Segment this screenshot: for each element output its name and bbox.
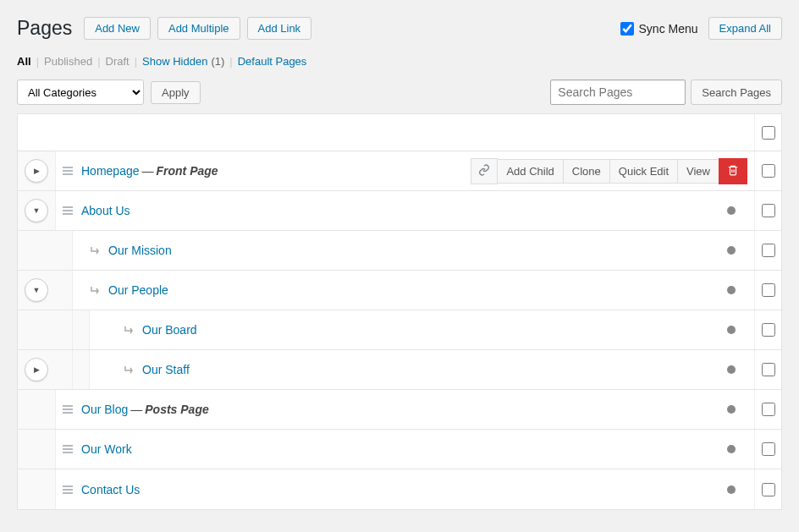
row-actions: Add Child Clone Quick Edit View bbox=[471, 158, 747, 184]
page-link[interactable]: Our People bbox=[108, 283, 168, 297]
svg-rect-8 bbox=[63, 412, 73, 414]
svg-rect-11 bbox=[63, 452, 73, 453]
svg-rect-13 bbox=[63, 489, 73, 491]
filter-bar: All | Published | Draft | Show Hidden (1… bbox=[17, 55, 782, 68]
drag-handle-icon[interactable] bbox=[63, 206, 73, 216]
svg-rect-5 bbox=[63, 213, 73, 215]
link-icon bbox=[478, 164, 490, 178]
child-indent-icon bbox=[124, 325, 134, 335]
page-title: Pages bbox=[17, 17, 72, 40]
pages-table: ▶ Homepage — Front Page Add Child Clone … bbox=[17, 113, 782, 510]
expand-toggle[interactable]: ▼ bbox=[25, 199, 48, 222]
page-link[interactable]: Homepage bbox=[81, 164, 140, 178]
child-indent-icon bbox=[90, 245, 100, 255]
drag-handle-icon[interactable] bbox=[63, 404, 73, 414]
svg-rect-12 bbox=[63, 485, 73, 487]
add-multiple-button[interactable]: Add Multiple bbox=[157, 17, 240, 40]
row-checkbox[interactable] bbox=[762, 204, 775, 217]
filter-default-pages[interactable]: Default Pages bbox=[238, 55, 307, 68]
svg-rect-7 bbox=[63, 409, 73, 410]
filter-show-hidden[interactable]: Show Hidden bbox=[142, 55, 207, 68]
filter-published[interactable]: Published bbox=[44, 55, 92, 68]
page-link[interactable]: Our Work bbox=[81, 442, 132, 456]
svg-rect-0 bbox=[63, 167, 73, 168]
table-row: Contact Us bbox=[18, 469, 781, 509]
sync-menu-label: Sync Menu bbox=[639, 22, 698, 36]
table-row: ▶ Our Staff bbox=[18, 350, 781, 390]
expand-toggle[interactable]: ▶ bbox=[25, 159, 48, 183]
table-row: ▼ Our People bbox=[18, 271, 781, 310]
page-link[interactable]: Our Blog bbox=[81, 403, 128, 416]
drag-handle-icon[interactable] bbox=[63, 485, 73, 495]
svg-rect-2 bbox=[63, 173, 73, 175]
search-input[interactable] bbox=[550, 80, 686, 105]
page-link[interactable]: About Us bbox=[81, 204, 130, 217]
drag-handle-icon[interactable] bbox=[63, 166, 73, 176]
row-checkbox[interactable] bbox=[762, 164, 775, 178]
row-checkbox[interactable] bbox=[762, 483, 775, 496]
expand-toggle[interactable]: ▼ bbox=[25, 278, 48, 302]
clone-button[interactable]: Clone bbox=[563, 159, 610, 184]
status-dot-icon bbox=[727, 286, 736, 294]
status-dot-icon bbox=[727, 445, 736, 453]
add-new-button[interactable]: Add New bbox=[84, 17, 151, 40]
status-dot-icon bbox=[727, 405, 736, 414]
page-meta: Posts Page bbox=[145, 403, 208, 416]
permalink-button[interactable] bbox=[471, 158, 498, 184]
row-checkbox[interactable] bbox=[762, 283, 775, 297]
quick-edit-button[interactable]: Quick Edit bbox=[609, 159, 678, 184]
add-child-button[interactable]: Add Child bbox=[497, 159, 563, 184]
svg-rect-14 bbox=[63, 492, 73, 494]
row-checkbox[interactable] bbox=[762, 323, 775, 337]
status-dot-icon bbox=[727, 365, 736, 374]
row-checkbox[interactable] bbox=[762, 363, 775, 376]
add-link-button[interactable]: Add Link bbox=[247, 17, 312, 40]
search-button[interactable]: Search Pages bbox=[691, 80, 782, 105]
row-checkbox[interactable] bbox=[762, 442, 775, 456]
sync-menu-toggle[interactable]: Sync Menu bbox=[620, 22, 698, 36]
table-row: Our Work bbox=[18, 430, 781, 469]
svg-rect-9 bbox=[63, 445, 73, 447]
filter-draft[interactable]: Draft bbox=[106, 55, 129, 68]
category-select[interactable]: All Categories bbox=[17, 80, 144, 105]
expand-toggle[interactable]: ▶ bbox=[25, 358, 48, 381]
trash-button[interactable] bbox=[719, 158, 747, 184]
table-row: Our Board bbox=[18, 310, 781, 350]
page-link[interactable]: Our Staff bbox=[142, 363, 190, 376]
svg-rect-10 bbox=[63, 448, 73, 450]
drag-handle-icon[interactable] bbox=[63, 444, 73, 454]
select-all-checkbox[interactable] bbox=[762, 126, 775, 140]
filter-all[interactable]: All bbox=[17, 55, 31, 68]
sync-menu-checkbox[interactable] bbox=[620, 22, 634, 36]
status-dot-icon bbox=[727, 485, 736, 494]
view-button[interactable]: View bbox=[677, 159, 719, 184]
svg-rect-1 bbox=[63, 170, 73, 172]
table-row: ▶ Homepage — Front Page Add Child Clone … bbox=[18, 151, 781, 191]
svg-rect-3 bbox=[63, 206, 73, 208]
table-row: ▼ About Us bbox=[18, 191, 781, 231]
status-dot-icon bbox=[727, 246, 736, 255]
page-meta: Front Page bbox=[157, 164, 218, 178]
page-link[interactable]: Our Board bbox=[142, 323, 197, 337]
trash-icon bbox=[727, 164, 739, 178]
child-indent-icon bbox=[90, 285, 100, 295]
table-row: Our Blog — Posts Page bbox=[18, 390, 781, 430]
row-checkbox[interactable] bbox=[762, 403, 775, 416]
row-checkbox[interactable] bbox=[762, 244, 775, 257]
apply-button[interactable]: Apply bbox=[151, 81, 201, 104]
table-row: Our Mission bbox=[18, 231, 781, 271]
expand-all-button[interactable]: Expand All bbox=[708, 17, 782, 40]
page-link[interactable]: Contact Us bbox=[81, 483, 140, 496]
svg-rect-6 bbox=[63, 405, 73, 407]
page-link[interactable]: Our Mission bbox=[108, 244, 172, 257]
child-indent-icon bbox=[124, 365, 134, 375]
filter-show-hidden-count: (1) bbox=[211, 55, 224, 68]
status-dot-icon bbox=[727, 326, 736, 334]
status-dot-icon bbox=[727, 206, 736, 215]
svg-rect-4 bbox=[63, 210, 73, 211]
